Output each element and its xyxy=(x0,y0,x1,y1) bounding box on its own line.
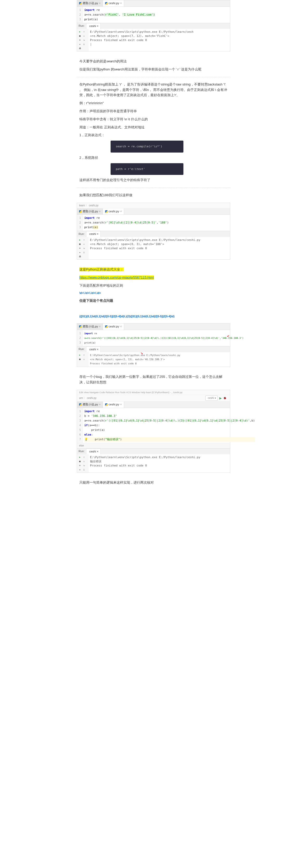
stop-icon[interactable]: ■ xyxy=(78,242,82,246)
run-label: Run: xyxy=(77,346,86,352)
paragraph: 下面是匹配所有IP地址的正则 xyxy=(79,283,228,288)
regex-pattern: \d+\.\d+\.\d+\.\d+ xyxy=(79,291,228,296)
wrap-icon[interactable]: ⇲ xyxy=(82,246,86,250)
console-toolbar: ▶↑ ■↓ ≡⇲ ★⤓ xyxy=(77,454,88,472)
run-icon[interactable]: ▶ xyxy=(78,353,82,357)
code-editor[interactable]: 123 import re a=re.search(r'FishC', 'I L… xyxy=(77,7,230,23)
run-icon[interactable]: ▶ xyxy=(78,455,82,459)
down-icon[interactable]: ↓ xyxy=(82,357,86,361)
close-icon[interactable]: × xyxy=(97,347,99,352)
tab-file-2[interactable]: ceshi.py× xyxy=(103,323,124,330)
breadcrumb: learn 〉 ceshi.py xyxy=(77,203,230,209)
code-content: import re a=re.search(r'FishC', 'I Love … xyxy=(83,7,230,23)
paragraph: 这样就不用专门的去处理引号之中的特殊字符了 xyxy=(79,178,228,183)
stop-icon[interactable]: ■ xyxy=(78,357,82,361)
down-icon[interactable]: ↓ xyxy=(82,34,86,38)
close-icon[interactable]: × xyxy=(97,232,99,237)
paragraph: 1，正则表达式： xyxy=(79,132,228,138)
tab-file-2[interactable]: ceshi.py× xyxy=(103,402,124,408)
run-button-icon[interactable]: ▶ xyxy=(219,396,222,401)
run-tab[interactable]: ceshi× xyxy=(86,448,101,455)
tab-file-1[interactable]: 爬取小说.py× xyxy=(77,0,103,6)
up-icon[interactable]: ↑ xyxy=(82,455,86,459)
run-tab[interactable]: ceshi× xyxy=(86,23,101,29)
wrap-icon[interactable]: ⇲ xyxy=(82,38,86,42)
bulb-icon[interactable]: 💡 xyxy=(84,438,88,441)
editor-tabs: 爬取小说.py× ceshi.py× xyxy=(77,0,230,7)
run-icon[interactable]: ▶ xyxy=(78,30,82,33)
up-icon[interactable]: ↑ xyxy=(82,238,86,242)
line-gutter: 123 xyxy=(77,215,83,231)
tab-file-1[interactable]: 爬取小说.py× xyxy=(77,323,103,330)
python-icon xyxy=(79,210,82,213)
console: ▶↑ ■↓ E:\Python\learn\venv\Scripts\pytho… xyxy=(77,352,230,367)
paragraph: 但是我们发现python 的search用法里面，字符串前面会出现一个 ' r … xyxy=(79,67,228,72)
console-output: E:\Python\learn\venv\Scripts\python.exe … xyxy=(88,237,230,259)
stop-icon[interactable]: ■ xyxy=(78,34,82,38)
run-label: Run: xyxy=(77,448,86,454)
close-icon[interactable]: × xyxy=(120,403,122,407)
close-icon[interactable]: × xyxy=(99,324,101,329)
tab-file-1[interactable]: 爬取小说.py× xyxy=(77,402,103,408)
run-tab[interactable]: ceshi× xyxy=(86,231,101,237)
down-icon[interactable]: ↓ xyxy=(82,242,86,246)
editor-tabs: 爬取小说.py× ceshi.py× xyxy=(77,402,230,408)
wrap-icon[interactable]: ⇲ xyxy=(82,464,86,467)
scroll-icon[interactable]: ⤓ xyxy=(82,42,86,46)
up-icon[interactable]: ↑ xyxy=(82,353,86,357)
close-icon[interactable]: × xyxy=(120,1,122,5)
ide-block-3: 爬取小说.py× ceshi.py× 123 import re a=re.se… xyxy=(77,323,230,367)
paragraph: 只能用一句简单的逻辑来这样实现，进行两次核对 xyxy=(79,480,228,486)
python-icon xyxy=(105,210,108,213)
code-content: import re a=re.search(r'[01]\d\d|[2][0-4… xyxy=(83,215,230,231)
paragraph: 特殊字符串中含有：转义字符 \n \t 什么什么的 xyxy=(79,117,228,122)
editor-tabs: 爬取小说.py× ceshi.py× xyxy=(77,209,230,215)
stop-icon[interactable]: ■ xyxy=(78,460,82,463)
layout-icon[interactable]: ≡ xyxy=(78,38,82,42)
close-icon[interactable]: × xyxy=(99,403,101,407)
python-icon xyxy=(79,403,82,406)
close-icon[interactable]: × xyxy=(97,24,99,29)
code-snippet-regex: search = re.compile(r'\s*') xyxy=(111,141,184,153)
python-icon xyxy=(105,326,108,328)
tab-file-2[interactable]: ceshi.py× xyxy=(103,0,124,6)
ide-block-4: Edit View Navigate Code Refactor Run Too… xyxy=(77,390,230,473)
paragraph: 在Python的string前面加上 'r' ， 是为了告诉编译器这个strin… xyxy=(79,82,228,98)
layout-icon[interactable]: ≡ xyxy=(78,246,82,250)
console: ▶↑ ■↓ ≡⇲ ★⤓ E:\Python\learn\venv\Scripts… xyxy=(77,454,230,472)
close-icon[interactable]: × xyxy=(99,210,101,214)
console-output: E:\Python\learn\venv\Scripts\python.exe … xyxy=(88,352,230,367)
close-icon[interactable]: × xyxy=(99,1,101,5)
run-label: Run: xyxy=(77,23,86,29)
up-icon[interactable]: ↑ xyxy=(82,30,86,33)
paragraph: 但是下面这个有点问题 xyxy=(79,298,228,304)
breadcrumb: urn 〉 ceshi.py ceshi ▾ ▶ 🐞 xyxy=(77,395,230,402)
pin-icon[interactable]: ★ xyxy=(78,250,82,254)
scroll-icon[interactable]: ⤓ xyxy=(82,250,86,254)
code-editor[interactable]: 123 import re a=re.search(r'(([01]{0,1}\… xyxy=(77,330,230,346)
print-icon[interactable]: 🖶 xyxy=(78,255,82,258)
console-toolbar: ▶↑ ■↓ ≡⇲ ★⤓ 🖶 xyxy=(77,237,88,259)
close-icon[interactable]: × xyxy=(120,324,122,329)
pin-icon[interactable]: ★ xyxy=(78,42,82,46)
highlight-text: 这是Python正则表达式大全： xyxy=(79,267,228,272)
code-editor[interactable]: 1234567 import re b = '346.156.188.3' a=… xyxy=(77,408,230,443)
tab-file-1[interactable]: 爬取小说.py× xyxy=(77,209,103,215)
status-bar: else xyxy=(77,443,230,448)
layout-icon[interactable]: ≡ xyxy=(78,464,82,467)
close-icon[interactable]: × xyxy=(97,450,99,454)
regex-reference-link[interactable]: https://www.cnblogs.com/cp-miao/p/556711… xyxy=(79,276,154,279)
line-gutter: 1234567 xyxy=(77,408,83,443)
pin-icon[interactable]: ★ xyxy=(78,468,82,471)
code-editor[interactable]: 123 import re a=re.search(r'[01]\d\d|[2]… xyxy=(77,215,230,231)
run-tab[interactable]: ceshi× xyxy=(86,346,101,352)
python-icon xyxy=(105,403,108,406)
scroll-icon[interactable]: ⤓ xyxy=(82,468,86,471)
debug-icon[interactable]: 🐞 xyxy=(223,396,226,400)
down-icon[interactable]: ↓ xyxy=(82,460,86,463)
print-icon[interactable]: 🖶 xyxy=(78,46,82,50)
run-config-dropdown[interactable]: ceshi ▾ xyxy=(205,396,218,401)
run-icon[interactable]: ▶ xyxy=(78,238,82,242)
close-icon[interactable]: × xyxy=(120,210,122,214)
tab-file-2[interactable]: ceshi.py× xyxy=(103,209,124,215)
